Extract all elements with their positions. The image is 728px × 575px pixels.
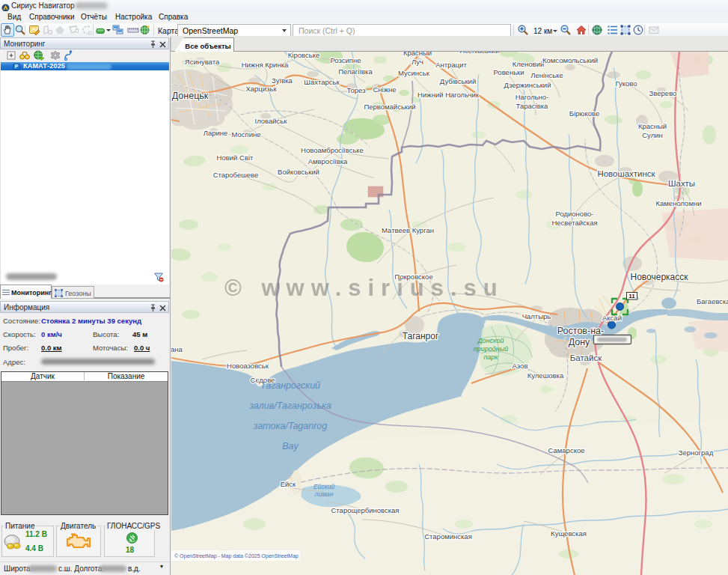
svg-text:Новий Світ: Новий Світ	[217, 153, 254, 162]
svg-text:Старощербиновская: Старощербиновская	[331, 506, 400, 514]
svg-text:Ростов-на-: Ростов-на-	[557, 326, 604, 336]
svg-text:затока/Taganrog: затока/Taganrog	[253, 421, 328, 431]
svg-text:Гуково: Гуково	[615, 79, 637, 88]
svg-text:Зверево: Зверево	[649, 89, 677, 97]
svg-text:Розсипне: Розсипне	[330, 56, 361, 64]
svg-text:Кущевская: Кущевская	[551, 529, 587, 538]
svg-text:Тарасівка: Тарасівка	[516, 102, 548, 110]
svg-text:лиман: лиман	[314, 490, 334, 498]
svg-text:Шахты: Шахты	[668, 179, 695, 188]
svg-text:Дзержинський: Дзержинський	[504, 81, 551, 89]
svg-text:Новочеркасск: Новочеркасск	[630, 272, 688, 282]
svg-text:Аксай: Аксай	[602, 314, 622, 322]
svg-text:Нижня Кринка: Нижня Кринка	[242, 61, 289, 69]
svg-text:Іловайськ: Іловайськ	[255, 117, 288, 125]
svg-text:Моспине: Моспине	[231, 130, 260, 139]
svg-text:Кулешовка: Кулешовка	[527, 371, 564, 380]
svg-text:Bay: Bay	[282, 441, 299, 451]
svg-text:Дону: Дону	[569, 337, 590, 347]
svg-text:Донской: Донской	[477, 337, 504, 344]
svg-text:Новоазовськ: Новоазовськ	[227, 362, 269, 370]
svg-text:Азов: Азов	[513, 362, 528, 370]
svg-text:Торез: Торез	[346, 86, 365, 94]
svg-text:Комсомольський: Комсомольський	[542, 56, 598, 64]
svg-text:Амвросіївка: Амвросіївка	[308, 157, 348, 165]
svg-text:Бірюкове: Бірюкове	[569, 109, 600, 118]
svg-text:Нагольно-: Нагольно-	[516, 93, 549, 101]
svg-text:Пелагіївка: Пелагіївка	[338, 67, 373, 76]
svg-text:Нижний Нагольчик: Нижний Нагольчик	[417, 91, 480, 99]
svg-text:Красный: Красный	[403, 52, 432, 57]
svg-text:Кіровське: Кіровське	[288, 52, 319, 59]
svg-text:P: P	[15, 64, 19, 69]
svg-text:Сніжне: Сніжне	[373, 85, 396, 94]
svg-text:Ейск: Ейск	[281, 480, 296, 488]
svg-text:Багаевская: Багаевская	[697, 297, 728, 305]
svg-text:Ровеньки: Ровеньки	[493, 68, 524, 76]
svg-text:Новоамбросіївське: Новоамбросіївське	[301, 146, 364, 154]
svg-text:Ленінське: Ленінське	[530, 71, 563, 79]
svg-text:Ейский: Ейский	[313, 483, 334, 490]
svg-text:Каменоломни: Каменоломни	[656, 199, 702, 207]
svg-text:Зерноград: Зерноград	[679, 448, 714, 457]
svg-text:Дубівський: Дубівський	[440, 77, 476, 85]
svg-text:Несветайская: Несветайская	[551, 219, 597, 227]
svg-text:Антрацит: Антрацит	[435, 61, 467, 69]
svg-text:© OpenStreetMap - Map data ©20: © OpenStreetMap - Map data ©2025 OpenStr…	[174, 553, 299, 559]
svg-text:Чалтырь: Чалтырь	[522, 312, 551, 320]
svg-text:Красный: Красный	[638, 122, 667, 130]
svg-text:Кленовий: Кленовий	[513, 60, 545, 68]
svg-text:Матвеев Курган: Матвеев Курган	[382, 226, 434, 234]
svg-text:Сулин: Сулин	[642, 131, 663, 139]
svg-text:Шахтарськ: Шахтарськ	[304, 78, 340, 86]
svg-text:11: 11	[628, 293, 635, 299]
svg-text:Батайск: Батайск	[570, 353, 602, 362]
svg-text:Харцизьк: Харцизьк	[245, 85, 277, 93]
svg-text:Мусинськ: Мусинськ	[398, 69, 430, 77]
svg-text:Войковський: Войковський	[278, 168, 319, 176]
svg-text:Ясинувата: Ясинувата	[185, 58, 220, 66]
svg-text:Зуївка: Зуївка	[272, 76, 293, 85]
svg-text:Таганрог: Таганрог	[403, 331, 439, 341]
svg-text:природный: природный	[474, 345, 509, 353]
svg-text:Староминская: Староминская	[424, 532, 472, 541]
svg-text:Ясенівський: Ясенівський	[459, 52, 500, 55]
svg-text:Новошахтинск: Новошахтинск	[597, 169, 655, 178]
svg-text:Первомайський: Первомайський	[364, 103, 415, 111]
svg-text:Старобешеве: Старобешеве	[213, 171, 259, 179]
svg-text:© www.sirius.su: © www.sirius.su	[224, 275, 504, 301]
svg-text:ана: ана	[171, 345, 183, 353]
svg-text:Донецьк: Донецьк	[172, 91, 209, 101]
svg-text:Самарское: Самарское	[548, 446, 585, 454]
svg-text:залив/Таганрозька: залив/Таганрозька	[248, 401, 331, 411]
svg-text:парк: парк	[483, 353, 498, 361]
svg-text:Родионово-: Родионово-	[555, 210, 593, 218]
svg-text:Луч: Луч	[412, 58, 423, 66]
svg-text:Таганрогский: Таганрогский	[260, 380, 320, 391]
svg-text:Ларине: Ларине	[204, 129, 228, 137]
